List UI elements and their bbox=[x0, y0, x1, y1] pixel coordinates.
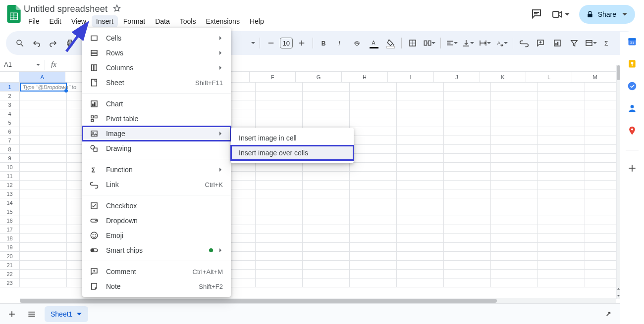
cell[interactable] bbox=[491, 181, 538, 189]
cell[interactable] bbox=[303, 252, 350, 261]
row-header-6[interactable]: 6 bbox=[0, 127, 20, 136]
cell[interactable] bbox=[350, 234, 397, 243]
cell[interactable] bbox=[491, 154, 538, 163]
cell[interactable] bbox=[397, 163, 444, 172]
cell[interactable] bbox=[397, 92, 444, 100]
cell[interactable] bbox=[397, 181, 444, 189]
menu-file[interactable]: File bbox=[24, 15, 44, 27]
cell[interactable] bbox=[538, 278, 585, 287]
search-menus-icon[interactable] bbox=[13, 36, 27, 50]
borders-icon[interactable] bbox=[406, 36, 420, 50]
cell[interactable] bbox=[397, 145, 444, 154]
calendar-icon[interactable]: 31 bbox=[627, 37, 637, 48]
cell[interactable] bbox=[538, 216, 585, 225]
font-family-dropdown[interactable] bbox=[252, 41, 256, 46]
cell[interactable] bbox=[397, 234, 444, 243]
cell[interactable] bbox=[444, 181, 491, 189]
tasks-icon[interactable] bbox=[627, 81, 637, 93]
cell[interactable] bbox=[397, 118, 444, 127]
star-icon[interactable] bbox=[112, 4, 121, 14]
cell[interactable] bbox=[491, 216, 538, 225]
cell[interactable] bbox=[350, 154, 397, 163]
row-header-18[interactable]: 18 bbox=[0, 234, 20, 243]
cell[interactable] bbox=[397, 198, 444, 207]
cell[interactable] bbox=[20, 127, 67, 136]
cell[interactable] bbox=[538, 136, 585, 145]
fill-handle[interactable] bbox=[64, 89, 68, 93]
cell[interactable] bbox=[303, 163, 350, 172]
insert-smart-chips[interactable]: Smart chips bbox=[82, 243, 231, 258]
name-box[interactable]: A1 bbox=[0, 61, 45, 68]
cell[interactable] bbox=[350, 118, 397, 127]
cell[interactable] bbox=[303, 92, 350, 100]
cell[interactable] bbox=[20, 234, 67, 243]
row-header-23[interactable]: 23 bbox=[0, 278, 20, 287]
row-header-5[interactable]: 5 bbox=[0, 118, 20, 127]
cell[interactable] bbox=[350, 278, 397, 287]
cell[interactable] bbox=[303, 100, 350, 109]
cell[interactable] bbox=[397, 261, 444, 270]
row-header-9[interactable]: 9 bbox=[0, 154, 20, 163]
decrease-font-size-icon[interactable] bbox=[264, 36, 278, 50]
cell[interactable] bbox=[538, 127, 585, 136]
insert-columns[interactable]: Columns bbox=[82, 60, 231, 75]
cell[interactable] bbox=[20, 261, 67, 270]
cell[interactable] bbox=[444, 207, 491, 216]
cell[interactable] bbox=[350, 225, 397, 234]
cell[interactable] bbox=[397, 109, 444, 118]
cell[interactable] bbox=[538, 225, 585, 234]
column-header-L[interactable]: L bbox=[526, 72, 572, 82]
cell[interactable] bbox=[256, 92, 303, 100]
get-addons-icon[interactable] bbox=[627, 163, 637, 175]
select-all-corner[interactable] bbox=[0, 72, 19, 82]
cell[interactable] bbox=[538, 189, 585, 198]
cell[interactable] bbox=[538, 83, 585, 92]
cell[interactable] bbox=[397, 100, 444, 109]
cell[interactable] bbox=[444, 109, 491, 118]
cell[interactable] bbox=[20, 243, 67, 252]
cell[interactable] bbox=[491, 243, 538, 252]
cell[interactable] bbox=[256, 278, 303, 287]
explore-icon[interactable] bbox=[601, 307, 615, 321]
cell[interactable] bbox=[256, 198, 303, 207]
strikethrough-icon[interactable]: S bbox=[350, 36, 364, 50]
row-header-21[interactable]: 21 bbox=[0, 261, 20, 270]
cell[interactable] bbox=[538, 100, 585, 109]
cell[interactable] bbox=[538, 270, 585, 278]
cell[interactable] bbox=[20, 278, 67, 287]
sheets-logo[interactable] bbox=[4, 3, 24, 23]
cell[interactable] bbox=[350, 100, 397, 109]
cell[interactable] bbox=[256, 118, 303, 127]
text-wrap-icon[interactable] bbox=[478, 36, 492, 50]
cell[interactable] bbox=[20, 216, 67, 225]
column-header-H[interactable]: H bbox=[342, 72, 388, 82]
cell[interactable] bbox=[303, 207, 350, 216]
merge-cells-icon[interactable] bbox=[423, 36, 436, 50]
menu-extensions[interactable]: Extensions bbox=[201, 15, 244, 27]
maps-icon[interactable] bbox=[627, 126, 637, 137]
row-header-1[interactable]: 1 bbox=[0, 83, 20, 92]
row-header-14[interactable]: 14 bbox=[0, 198, 20, 207]
cell[interactable] bbox=[538, 145, 585, 154]
cell[interactable] bbox=[538, 154, 585, 163]
row-header-17[interactable]: 17 bbox=[0, 225, 20, 234]
cell[interactable] bbox=[491, 225, 538, 234]
menu-data[interactable]: Data bbox=[151, 15, 174, 27]
cell[interactable] bbox=[20, 118, 67, 127]
cell[interactable] bbox=[444, 225, 491, 234]
cell[interactable] bbox=[303, 216, 350, 225]
insert-image-in-cell[interactable]: Insert image in cell bbox=[231, 131, 354, 145]
cell[interactable] bbox=[20, 163, 67, 172]
cell[interactable] bbox=[444, 234, 491, 243]
cell[interactable] bbox=[397, 207, 444, 216]
add-sheet-icon[interactable] bbox=[5, 307, 19, 321]
row-header-3[interactable]: 3 bbox=[0, 100, 20, 109]
insert-chart-icon[interactable] bbox=[550, 36, 564, 50]
cell[interactable] bbox=[397, 270, 444, 278]
cell[interactable] bbox=[397, 83, 444, 92]
cell[interactable] bbox=[444, 118, 491, 127]
cell[interactable] bbox=[538, 181, 585, 189]
insert-checkbox[interactable]: Checkbox bbox=[82, 198, 231, 213]
column-header-M[interactable]: M bbox=[572, 72, 618, 82]
cell[interactable] bbox=[538, 234, 585, 243]
